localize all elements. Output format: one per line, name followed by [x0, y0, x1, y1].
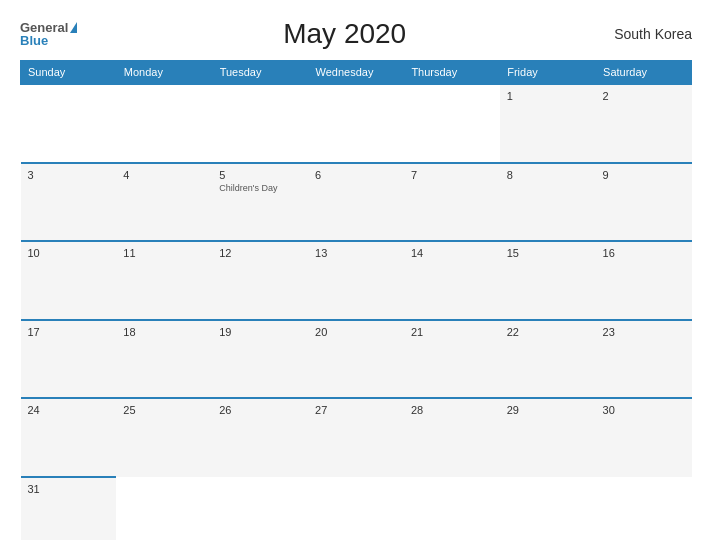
day-number: 30	[603, 404, 615, 416]
day-number: 25	[123, 404, 135, 416]
week-row-2: 345Children's Day6789	[21, 163, 692, 242]
day-number: 27	[315, 404, 327, 416]
day-number: 28	[411, 404, 423, 416]
calendar-cell: 27	[308, 398, 404, 477]
day-number: 26	[219, 404, 231, 416]
logo-blue-text: Blue	[20, 34, 48, 47]
day-number: 15	[507, 247, 519, 259]
calendar-cell: 17	[21, 320, 117, 399]
calendar-cell	[212, 477, 308, 541]
day-number: 16	[603, 247, 615, 259]
day-number: 31	[28, 483, 40, 495]
calendar-cell: 15	[500, 241, 596, 320]
calendar-cell	[404, 84, 500, 163]
day-number: 9	[603, 169, 609, 181]
calendar-cell	[212, 84, 308, 163]
calendar-cell	[596, 477, 692, 541]
calendar-cell	[500, 477, 596, 541]
weekday-header-sunday: Sunday	[21, 61, 117, 85]
day-number: 11	[123, 247, 135, 259]
logo: General Blue	[20, 21, 77, 47]
calendar-cell	[21, 84, 117, 163]
holiday-label: Children's Day	[219, 183, 301, 193]
day-number: 2	[603, 90, 609, 102]
day-number: 20	[315, 326, 327, 338]
weekday-header-saturday: Saturday	[596, 61, 692, 85]
day-number: 3	[28, 169, 34, 181]
week-row-4: 17181920212223	[21, 320, 692, 399]
calendar-cell: 5Children's Day	[212, 163, 308, 242]
weekday-header-tuesday: Tuesday	[212, 61, 308, 85]
week-row-6: 31	[21, 477, 692, 541]
header: General Blue May 2020 South Korea	[20, 18, 692, 50]
calendar-cell: 13	[308, 241, 404, 320]
calendar-cell	[404, 477, 500, 541]
calendar-cell: 11	[116, 241, 212, 320]
day-number: 17	[28, 326, 40, 338]
calendar-cell: 20	[308, 320, 404, 399]
week-row-3: 10111213141516	[21, 241, 692, 320]
calendar-cell: 6	[308, 163, 404, 242]
weekday-header-friday: Friday	[500, 61, 596, 85]
day-number: 18	[123, 326, 135, 338]
calendar-cell: 24	[21, 398, 117, 477]
calendar-cell	[116, 84, 212, 163]
calendar-cell: 29	[500, 398, 596, 477]
day-number: 21	[411, 326, 423, 338]
calendar-cell: 16	[596, 241, 692, 320]
calendar-cell: 31	[21, 477, 117, 541]
calendar-cell: 3	[21, 163, 117, 242]
country-label: South Korea	[612, 26, 692, 42]
day-number: 5	[219, 169, 225, 181]
day-number: 12	[219, 247, 231, 259]
day-number: 19	[219, 326, 231, 338]
calendar-cell: 1	[500, 84, 596, 163]
calendar-cell	[116, 477, 212, 541]
week-row-5: 24252627282930	[21, 398, 692, 477]
day-number: 1	[507, 90, 513, 102]
week-row-1: 12	[21, 84, 692, 163]
day-number: 4	[123, 169, 129, 181]
weekday-header-monday: Monday	[116, 61, 212, 85]
calendar-cell: 12	[212, 241, 308, 320]
calendar-cell: 21	[404, 320, 500, 399]
calendar-cell: 30	[596, 398, 692, 477]
calendar-cell: 26	[212, 398, 308, 477]
calendar-cell: 28	[404, 398, 500, 477]
weekday-header-wednesday: Wednesday	[308, 61, 404, 85]
day-number: 22	[507, 326, 519, 338]
calendar-cell: 25	[116, 398, 212, 477]
calendar-cell: 9	[596, 163, 692, 242]
calendar-cell: 8	[500, 163, 596, 242]
calendar-cell: 22	[500, 320, 596, 399]
day-number: 14	[411, 247, 423, 259]
weekday-header-row: SundayMondayTuesdayWednesdayThursdayFrid…	[21, 61, 692, 85]
day-number: 23	[603, 326, 615, 338]
day-number: 10	[28, 247, 40, 259]
calendar-cell	[308, 84, 404, 163]
day-number: 13	[315, 247, 327, 259]
calendar-cell: 7	[404, 163, 500, 242]
day-number: 8	[507, 169, 513, 181]
calendar-table: SundayMondayTuesdayWednesdayThursdayFrid…	[20, 60, 692, 540]
calendar-cell: 14	[404, 241, 500, 320]
calendar-cell: 4	[116, 163, 212, 242]
calendar-cell: 10	[21, 241, 117, 320]
page: General Blue May 2020 South Korea Sunday…	[0, 0, 712, 550]
day-number: 7	[411, 169, 417, 181]
calendar-cell: 2	[596, 84, 692, 163]
day-number: 24	[28, 404, 40, 416]
calendar-title: May 2020	[77, 18, 612, 50]
day-number: 6	[315, 169, 321, 181]
logo-triangle-icon	[70, 22, 77, 33]
weekday-header-thursday: Thursday	[404, 61, 500, 85]
calendar-cell	[308, 477, 404, 541]
day-number: 29	[507, 404, 519, 416]
calendar-cell: 19	[212, 320, 308, 399]
calendar-cell: 18	[116, 320, 212, 399]
calendar-cell: 23	[596, 320, 692, 399]
